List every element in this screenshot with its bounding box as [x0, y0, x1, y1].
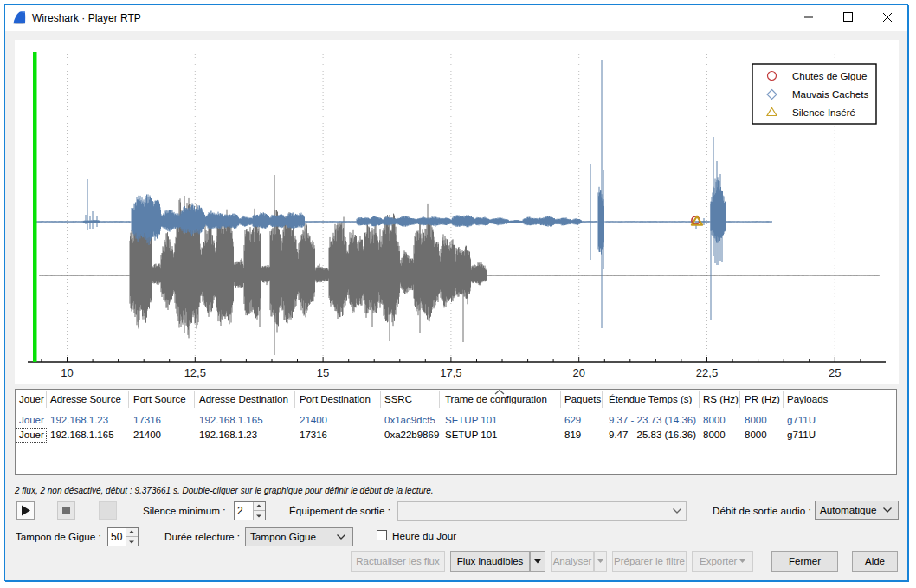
svg-text:10: 10	[61, 366, 73, 379]
svg-text:20: 20	[572, 366, 584, 379]
svg-text:15: 15	[317, 366, 329, 379]
svg-text:12,5: 12,5	[184, 366, 206, 379]
svg-text:17,5: 17,5	[440, 366, 461, 379]
svg-text:25: 25	[829, 366, 841, 379]
svg-text:Chutes de Gigue: Chutes de Gigue	[792, 71, 867, 81]
svg-text:Silence Inséré: Silence Inséré	[792, 107, 855, 118]
svg-text:Mauvais Cachets: Mauvais Cachets	[792, 89, 868, 100]
svg-text:22,5: 22,5	[696, 366, 718, 379]
